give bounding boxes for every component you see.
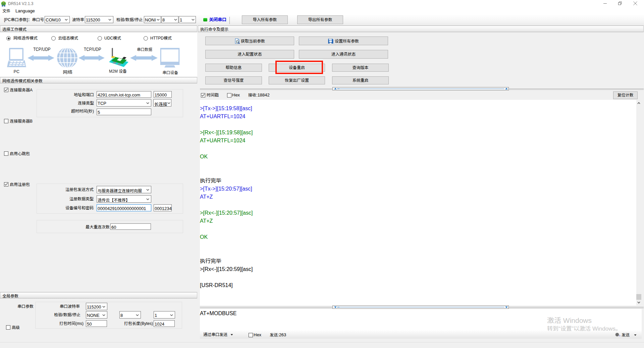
svg-text:TCP/UDP: TCP/UDP [84,47,101,52]
svg-text:串口数据: 串口数据 [137,47,152,52]
svg-text:TCP/UDP: TCP/UDP [33,47,51,52]
svg-text:串口设备: 串口设备 [162,70,178,75]
svg-text:M2M 设备: M2M 设备 [109,69,127,74]
svg-text:网络: 网络 [63,70,72,75]
svg-text:PC: PC [14,69,19,74]
